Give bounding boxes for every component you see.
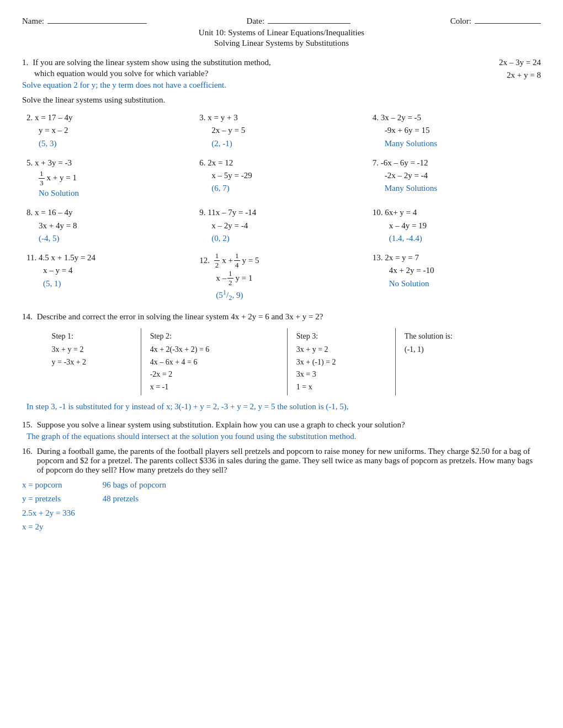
q16-answer1: 96 bags of popcorn <box>103 478 166 493</box>
frac-1-4-p12: 14 <box>234 251 240 269</box>
q16-answers: 96 bags of popcorn 48 pretzels <box>75 478 166 534</box>
q14-correction: In step 3, -1 is substituted for y inste… <box>22 402 541 411</box>
p12-answer: (51/2, 9) <box>199 287 363 303</box>
q1-right: 2x – 3y = 24 2x + y = 8 <box>488 58 541 92</box>
step3-line3: 3x = 3 <box>296 368 387 381</box>
step2-title: Step 2: <box>150 330 279 342</box>
step2-cell: Step 2: 4x + 2(-3x + 2) = 6 4x – 6x + 4 … <box>142 328 288 395</box>
p13-answer: No Solution <box>373 277 537 290</box>
solution-value: (-1, 1) <box>405 344 512 356</box>
date-underline <box>268 23 350 24</box>
q15-text: Suppose you solve a linear system using … <box>37 420 405 430</box>
question-15: 15. Suppose you solve a linear system us… <box>22 420 541 441</box>
q16-var2: y = pretzels <box>22 492 75 506</box>
p4-num: 4. <box>373 113 379 122</box>
problem-11: 11. 4.5 x + 1.5y = 24 x – y = 4 (5, 1) <box>22 249 195 308</box>
q16-var1: x = popcorn <box>22 478 75 493</box>
title-line2: Solving Linear Systems by Substitutions <box>22 39 541 48</box>
solution-cell: The solution is: (-1, 1) <box>397 328 519 395</box>
p5-num: 5. <box>26 158 33 167</box>
problem-12: 12. 12x + 14y = 5 x – 12y = 1 (51/2, 9) <box>195 249 368 308</box>
problem-9: 9. 11x – 7y = -14 x – 2y = -4 (0, 2) <box>195 204 368 249</box>
problem-4: 4. 3x – 2y = -5 -9x + 6y = 15 Many Solut… <box>368 109 541 154</box>
step1-title: Step 1: <box>52 330 133 342</box>
step-table: Step 1: 3x + y = 2 y = -3x + 2 Step 2: 4… <box>43 327 520 397</box>
q1-text2: which equation would you solve for which… <box>34 69 208 78</box>
step2-line3: -2x = 2 <box>150 368 279 381</box>
step3-cell: Step 3: 3x + y = 2 3x + (-1) = 2 3x = 3 … <box>289 328 396 395</box>
p8-answer: (-4, 5) <box>26 232 190 245</box>
q16-vars-answers: x = popcorn y = pretzels 2.5x + 2y = 336… <box>22 478 541 534</box>
question-1: 1. If you are solving the linear system … <box>22 58 541 92</box>
q1-number: 1. <box>22 58 28 67</box>
step3-line4: 1 = x <box>296 381 387 393</box>
color-underline <box>475 23 541 24</box>
q14-text: Describe and correct the error in solvin… <box>37 312 323 322</box>
p7-num: 7. <box>373 158 379 167</box>
q16-var3: 2.5x + 2y = 336 <box>22 506 75 521</box>
p6-num: 6. <box>199 158 205 167</box>
question-14: 14. Describe and correct the error in so… <box>22 312 541 411</box>
step3-line2: 3x + (-1) = 2 <box>296 356 387 368</box>
q15-answer: The graph of the equations should inters… <box>22 432 541 441</box>
problem-7: 7. -6x – 6y = -12 -2x – 2y = -4 Many Sol… <box>368 154 541 205</box>
problem-5: 5. x + 3y = -3 13x + y = 1 No Solution <box>22 154 195 205</box>
problem-6: 6. 2x = 12 x – 5y = -29 (6, 7) <box>195 154 368 205</box>
q1-eq2: 2x + y = 8 <box>499 71 541 80</box>
q1-answer: Solve equation 2 for y; the y term does … <box>22 81 226 89</box>
q1-text1: If you are solving the linear system sho… <box>33 58 271 67</box>
q1-left: 1. If you are solving the linear system … <box>22 58 488 92</box>
problem-3: 3. x = y + 3 2x – y = 5 (2, -1) <box>195 109 368 154</box>
p8-num: 8. <box>26 208 33 217</box>
q16-number: 16. <box>22 447 33 475</box>
q16-answer2: 48 pretzels <box>103 492 166 506</box>
name-underline <box>47 23 147 24</box>
p5-answer: No Solution <box>26 187 190 200</box>
p10-num: 10. <box>373 208 383 217</box>
question-16: 16. During a football game, the parents … <box>22 447 541 534</box>
step1-line2: y = -3x + 2 <box>52 356 133 368</box>
header-row: Name: Date: Color: <box>22 17 541 26</box>
step1-cell: Step 1: 3x + y = 2 y = -3x + 2 <box>44 328 141 395</box>
step2-line2: 4x – 6x + 4 = 6 <box>150 356 279 368</box>
problems-grid: 2. x = 17 – 4y y = x – 2 (5, 3) 3. x = y… <box>22 109 541 308</box>
p3-answer: (2, -1) <box>199 137 363 150</box>
p7-answer: Many Solutions <box>373 182 537 195</box>
step3-title: Step 3: <box>296 330 387 342</box>
q16-var4: x = 2y <box>22 520 75 534</box>
problem-13: 13. 2x = y = 7 4x + 2y = -10 No Solution <box>368 249 541 308</box>
q14-number: 14. <box>22 312 33 322</box>
frac-1-2-p12: 12 <box>214 251 220 269</box>
p10-answer: (1.4, -4.4) <box>373 232 537 245</box>
problem-10: 10. 6x+ y = 4 x – 4y = 19 (1.4, -4.4) <box>368 204 541 249</box>
p3-num: 3. <box>199 113 205 122</box>
title-line1: Unit 10: Systems of Linear Equations/Ine… <box>22 28 541 38</box>
problem-2: 2. x = 17 – 4y y = x – 2 (5, 3) <box>22 109 195 154</box>
p11-answer: (5, 1) <box>26 277 190 290</box>
p4-answer: Many Solutions <box>373 137 537 150</box>
step2-line1: 4x + 2(-3x + 2) = 6 <box>150 344 279 356</box>
p9-answer: (0, 2) <box>199 232 363 245</box>
problem-8: 8. x = 16 – 4y 3x + 4y = 8 (-4, 5) <box>22 204 195 249</box>
p6-answer: (6, 7) <box>199 182 363 195</box>
p13-num: 13. <box>373 253 383 262</box>
p11-num: 11. <box>26 253 36 262</box>
step1-line1: 3x + y = 2 <box>52 344 133 356</box>
p12-num: 12. <box>199 254 210 267</box>
q16-vars: x = popcorn y = pretzels 2.5x + 2y = 336… <box>22 478 75 534</box>
color-label: Color: <box>450 17 471 26</box>
step2-line4: x = -1 <box>150 381 279 393</box>
q16-text: During a football game, the parents of t… <box>37 447 541 475</box>
q15-number: 15. <box>22 420 33 430</box>
solution-title: The solution is: <box>405 330 512 342</box>
step3-line1: 3x + y = 2 <box>296 344 387 356</box>
p2-num: 2. <box>26 113 33 122</box>
p2-answer: (5, 3) <box>26 137 190 150</box>
q1-eq1: 2x – 3y = 24 <box>499 58 541 67</box>
title-block: Unit 10: Systems of Linear Equations/Ine… <box>22 28 541 48</box>
solve-header: Solve the linear systems using substitut… <box>22 95 541 105</box>
name-label: Name: <box>22 17 44 26</box>
frac-1-3: 13 <box>39 169 45 187</box>
p9-num: 9. <box>199 208 205 217</box>
date-label: Date: <box>247 17 264 26</box>
